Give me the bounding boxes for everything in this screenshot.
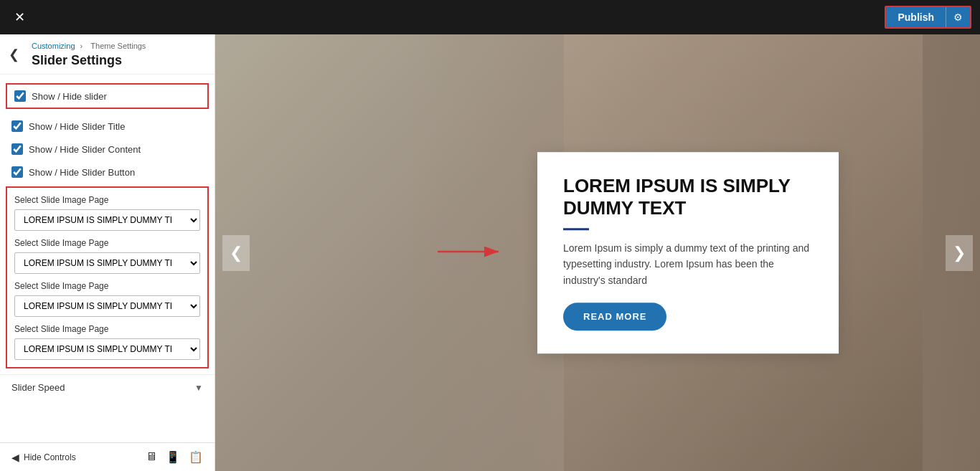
chevron-down-icon: ▼	[194, 383, 203, 393]
breadcrumb-separator: ›	[80, 42, 83, 50]
dropdown-select-1[interactable]: LOREM IPSUM IS SIMPLY DUMMY TI Option 2 …	[14, 209, 200, 231]
dropdown-label-3: Select Slide Image Page	[14, 281, 200, 291]
desktop-icon[interactable]: 🖥	[146, 450, 157, 464]
publish-button[interactable]: Publish	[886, 7, 946, 27]
sidebar: ❮ Customizing › Theme Settings Slider Se…	[0, 34, 215, 471]
breadcrumb: Customizing › Theme Settings	[11, 42, 203, 50]
checkbox-show-hide-slider-input[interactable]	[14, 90, 26, 102]
dropdown-row-3: Select Slide Image Page LOREM IPSUM IS S…	[14, 281, 200, 317]
dropdown-label-4: Select Slide Image Page	[14, 324, 200, 334]
dropdown-row-1: Select Slide Image Page LOREM IPSUM IS S…	[14, 195, 200, 231]
checkbox-slider-button-input[interactable]	[11, 166, 23, 178]
slider-divider	[563, 228, 589, 230]
hide-controls-label: Hide Controls	[24, 452, 76, 462]
dropdown-row-4: Select Slide Image Page LOREM IPSUM IS S…	[14, 324, 200, 360]
checkbox-show-hide-slider[interactable]: Show / Hide slider	[6, 83, 209, 109]
top-bar: ✕ Publish ⚙	[0, 0, 980, 34]
gear-button[interactable]: ⚙	[946, 7, 970, 27]
breadcrumb-theme-settings: Theme Settings	[90, 42, 146, 50]
read-more-button[interactable]: READ MORE	[563, 303, 666, 330]
close-button[interactable]: ✕	[9, 8, 31, 27]
checkbox-slider-content-input[interactable]	[11, 143, 23, 155]
breadcrumb-customizing[interactable]: Customizing	[32, 42, 75, 50]
checkbox-slider-title-input[interactable]	[11, 120, 23, 132]
checkbox-show-hide-slider-label: Show / Hide slider	[32, 91, 107, 102]
tablet-icon[interactable]: 📱	[166, 450, 180, 464]
dropdown-label-2: Select Slide Image Page	[14, 238, 200, 248]
slider-speed-label: Slider Speed	[11, 382, 65, 393]
checkbox-show-hide-slider-title[interactable]: Show / Hide Slider Title	[0, 115, 215, 138]
publish-group: Publish ⚙	[885, 6, 971, 29]
slider-speed-row[interactable]: Slider Speed ▼	[0, 374, 215, 400]
slider-background: ❮ LOREM IPSUM IS SIMPLY DUMMY TEXT Lorem…	[215, 34, 980, 471]
sidebar-bottom: ◀ Hide Controls 🖥 📱 📋	[0, 442, 215, 471]
sidebar-content: Show / Hide slider Show / Hide Slider Ti…	[0, 75, 215, 442]
dropdown-label-1: Select Slide Image Page	[14, 195, 200, 205]
back-button[interactable]: ❮	[0, 41, 28, 68]
slider-content-box: LOREM IPSUM IS SIMPLY DUMMY TEXT Lorem I…	[537, 152, 839, 354]
nav-arrow-right[interactable]: ❯	[946, 235, 973, 271]
dropdown-select-2[interactable]: LOREM IPSUM IS SIMPLY DUMMY TI Option 2 …	[14, 252, 200, 274]
slider-heading: LOREM IPSUM IS SIMPLY DUMMY TEXT	[563, 175, 813, 219]
checkbox-show-hide-slider-button[interactable]: Show / Hide Slider Button	[0, 161, 215, 184]
preview-area: ❮ LOREM IPSUM IS SIMPLY DUMMY TEXT Lorem…	[215, 34, 980, 471]
checkbox-slider-button-label: Show / Hide Slider Button	[29, 167, 135, 178]
device-icons: 🖥 📱 📋	[146, 450, 203, 464]
nav-arrow-left[interactable]: ❮	[222, 235, 250, 271]
mobile-icon[interactable]: 📋	[189, 450, 203, 464]
checkbox-slider-title-label: Show / Hide Slider Title	[29, 121, 125, 132]
checkbox-slider-content-label: Show / Hide Slider Content	[29, 144, 141, 155]
sidebar-header: ❮ Customizing › Theme Settings Slider Se…	[0, 34, 215, 75]
sidebar-title: Slider Settings	[11, 53, 203, 68]
slider-body-text: Lorem Ipsum is simply a dummy text of th…	[563, 240, 813, 288]
dropdown-row-2: Select Slide Image Page LOREM IPSUM IS S…	[14, 238, 200, 274]
dropdown-select-4[interactable]: LOREM IPSUM IS SIMPLY DUMMY TI Option 2 …	[14, 338, 200, 360]
arrow-left-icon: ◀	[11, 452, 19, 463]
dropdown-select-3[interactable]: LOREM IPSUM IS SIMPLY DUMMY TI Option 2 …	[14, 295, 200, 317]
dropdown-group-container: Select Slide Image Page LOREM IPSUM IS S…	[6, 186, 209, 368]
hide-controls-button[interactable]: ◀ Hide Controls	[11, 452, 76, 463]
main-layout: ❮ Customizing › Theme Settings Slider Se…	[0, 34, 980, 471]
checkbox-show-hide-slider-content[interactable]: Show / Hide Slider Content	[0, 138, 215, 161]
